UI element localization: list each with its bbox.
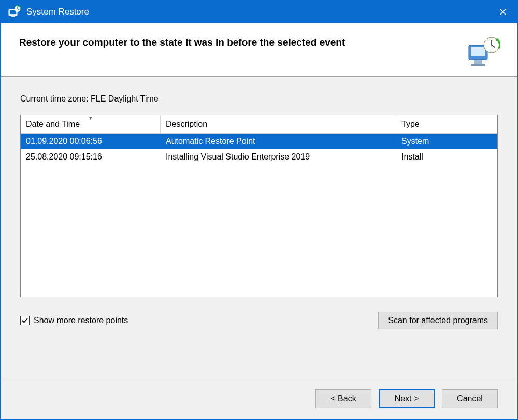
svg-rect-7: [471, 64, 485, 66]
svg-marker-10: [496, 38, 500, 41]
column-header-description-label: Description: [166, 120, 207, 128]
list-body: 01.09.2020 00:06:56Automatic Restore Poi…: [21, 134, 497, 297]
system-restore-window: System Restore Restore your computer to …: [0, 0, 518, 420]
system-restore-large-icon: [466, 36, 502, 67]
svg-rect-5: [471, 47, 485, 56]
page-title: Restore your computer to the state it wa…: [19, 36, 455, 48]
column-header-type-label: Type: [401, 120, 420, 128]
svg-rect-2: [11, 16, 15, 17]
list-header: ▾ Date and Time Description Type: [21, 115, 497, 134]
cell-type: Install: [396, 152, 497, 162]
scan-affected-programs-button[interactable]: Scan for affected programs: [378, 312, 498, 329]
cell-description: Installing Visual Studio Enterprise 2019: [161, 152, 396, 162]
cell-description: Automatic Restore Point: [161, 137, 396, 146]
back-button[interactable]: < Back: [315, 389, 371, 408]
show-more-restore-points-checkbox[interactable]: Show more restore points: [20, 316, 378, 325]
svg-rect-6: [474, 60, 482, 64]
wizard-header: Restore your computer to the state it wa…: [1, 23, 517, 77]
wizard-footer: < Back Next > Cancel: [1, 378, 517, 419]
timezone-label: Current time zone: FLE Daylight Time: [20, 94, 498, 104]
column-header-date-time-label: Date and Time: [26, 120, 80, 128]
cancel-button[interactable]: Cancel: [442, 389, 498, 408]
sort-indicator-desc-icon: ▾: [89, 114, 92, 121]
show-more-label: Show more restore points: [34, 316, 128, 325]
list-footer-row: Show more restore points Scan for affect…: [20, 312, 498, 329]
table-row[interactable]: 25.08.2020 09:15:16Installing Visual Stu…: [21, 149, 497, 165]
checkbox-icon: [20, 316, 30, 325]
restore-points-list[interactable]: ▾ Date and Time Description Type 01.09.2…: [20, 115, 498, 297]
cell-type: System: [396, 137, 497, 146]
cell-date-time: 25.08.2020 09:15:16: [21, 152, 161, 162]
titlebar: System Restore: [1, 1, 517, 23]
close-button[interactable]: [488, 1, 517, 23]
column-header-description[interactable]: Description: [161, 115, 396, 133]
window-title: System Restore: [26, 7, 488, 17]
table-row[interactable]: 01.09.2020 00:06:56Automatic Restore Poi…: [21, 134, 497, 149]
system-restore-icon: [8, 5, 21, 19]
column-header-date-time[interactable]: ▾ Date and Time: [21, 115, 161, 133]
column-header-type[interactable]: Type: [396, 115, 497, 133]
next-button[interactable]: Next >: [379, 389, 435, 408]
svg-rect-1: [10, 10, 16, 14]
cell-date-time: 01.09.2020 00:06:56: [21, 137, 161, 146]
wizard-body: Current time zone: FLE Daylight Time ▾ D…: [1, 77, 517, 378]
